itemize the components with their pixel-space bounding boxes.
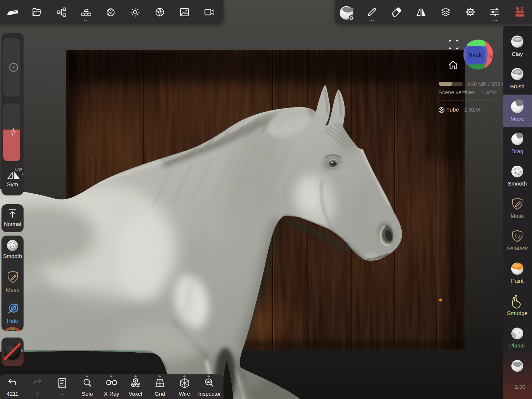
svg-text:Brush: Brush — [510, 83, 524, 89]
svg-text:Paint: Paint — [511, 278, 524, 284]
svg-text:Smudge: Smudge — [507, 310, 528, 316]
svg-text:Drag: Drag — [511, 148, 524, 154]
svg-text:Move: Move — [511, 116, 524, 122]
svg-text:Back: Back — [468, 51, 482, 59]
svg-text:Planar: Planar — [509, 342, 525, 349]
svg-text:Clay: Clay — [512, 51, 523, 57]
svg-text:SelMask: SelMask — [507, 245, 528, 251]
svg-text:Mask: Mask — [511, 213, 524, 219]
svg-text:Smooth: Smooth — [508, 180, 527, 187]
